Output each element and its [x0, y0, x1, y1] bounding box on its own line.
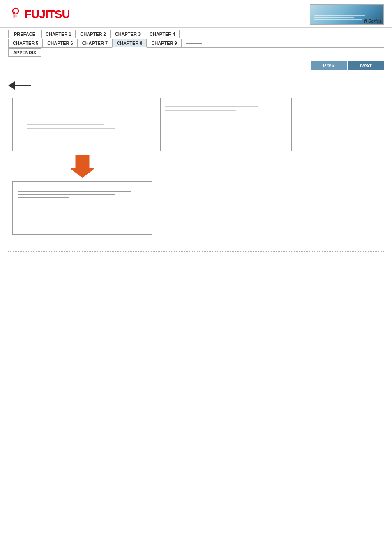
orange-down-arrow-svg [71, 155, 94, 178]
back-arrow-row [8, 81, 384, 90]
tab-chapter8[interactable]: CHAPTER 8 [112, 39, 147, 48]
tab-chapter6[interactable]: CHAPTER 6 [43, 39, 77, 48]
list-item-4 [18, 194, 147, 195]
nav-row2-spacer [182, 39, 384, 48]
tab-chapter5[interactable]: CHAPTER 5 [8, 39, 43, 48]
nav-section: PREFACE CHAPTER 1 CHAPTER 2 CHAPTER 3 CH… [0, 28, 392, 58]
nav-row-1: PREFACE CHAPTER 1 CHAPTER 2 CHAPTER 3 CH… [8, 30, 384, 38]
flow-diagram [12, 98, 384, 235]
flow-top-row [12, 98, 384, 151]
page-header: FUJITSU fi Series [0, 0, 392, 28]
flow-bottom-row [12, 181, 384, 235]
fujitsu-logo-icon [8, 7, 23, 22]
nav-row-3: APPENDIX [8, 48, 384, 57]
flow-box-right [160, 98, 292, 151]
nav-row1-spacer [180, 30, 384, 38]
tab-chapter1[interactable]: CHAPTER 1 [41, 30, 76, 38]
prevnext-bar: Prev Next [0, 58, 392, 73]
list-item-1 [18, 186, 147, 186]
logo: FUJITSU [8, 7, 70, 22]
list-item-3 [18, 191, 147, 192]
main-content [0, 73, 392, 243]
list-item-5 [18, 197, 147, 198]
svg-point-1 [13, 12, 15, 14]
back-arrow-icon [8, 81, 15, 90]
fi-series-banner: fi Series [310, 4, 384, 25]
flow-list-box [12, 181, 152, 235]
tab-chapter4[interactable]: CHAPTER 4 [145, 30, 180, 38]
bottom-separator [8, 251, 384, 252]
next-button[interactable]: Next [348, 61, 384, 70]
prev-button[interactable]: Prev [311, 61, 347, 70]
down-arrow-container [12, 155, 152, 178]
tab-chapter7[interactable]: CHAPTER 7 [78, 39, 112, 48]
tab-chapter3[interactable]: CHAPTER 3 [111, 30, 145, 38]
tab-chapter9[interactable]: CHAPTER 9 [147, 39, 181, 48]
flow-box-left [12, 98, 152, 151]
back-line [15, 85, 31, 86]
svg-marker-5 [71, 155, 94, 178]
tab-preface[interactable]: PREFACE [8, 30, 41, 38]
logo-text: FUJITSU [25, 8, 70, 21]
tab-appendix[interactable]: APPENDIX [8, 48, 41, 57]
nav-row-2: CHAPTER 5 CHAPTER 6 CHAPTER 7 CHAPTER 8 … [8, 39, 384, 48]
fi-series-text: fi Series [364, 18, 382, 23]
list-item-2 [18, 189, 147, 189]
tab-chapter2[interactable]: CHAPTER 2 [76, 30, 110, 38]
